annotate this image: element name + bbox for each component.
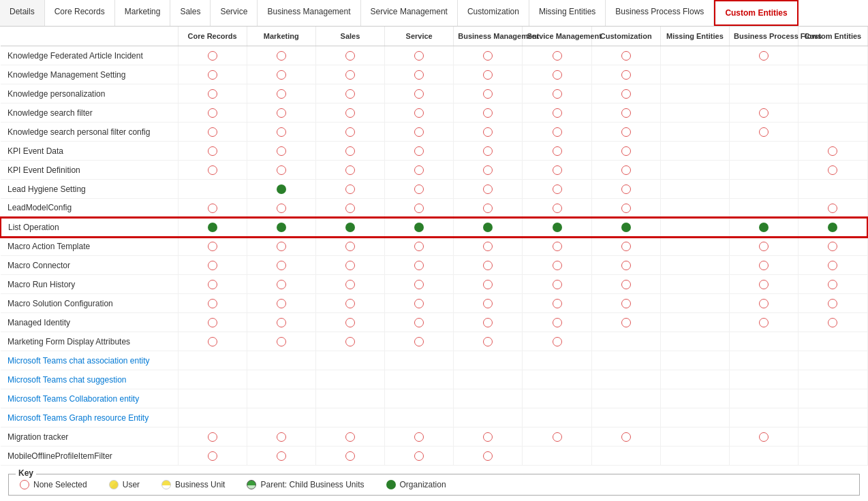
table-row: Knowledge personalization	[1, 84, 867, 103]
data-cell	[660, 218, 729, 237]
circle-empty	[621, 70, 631, 80]
data-cell	[799, 351, 867, 370]
data-cell	[315, 103, 384, 123]
circle-empty	[345, 432, 355, 442]
data-cell	[385, 294, 454, 313]
table-row: Microsoft Teams Graph resource Entity	[1, 408, 867, 427]
data-cell	[799, 180, 867, 199]
data-cell	[799, 370, 867, 389]
circle-empty	[759, 299, 769, 308]
circle-empty	[277, 165, 286, 175]
data-cell	[315, 161, 384, 180]
key-circle-user	[109, 480, 119, 489]
circle-organization	[621, 223, 631, 232]
data-cell	[730, 123, 799, 142]
circle-empty	[345, 146, 355, 156]
data-cell	[591, 294, 660, 313]
data-cell	[385, 313, 454, 332]
data-cell	[315, 123, 384, 142]
tab-business-process-flows[interactable]: Business Process Flows	[606, 0, 714, 26]
data-cell	[178, 313, 247, 332]
tab-marketing[interactable]: Marketing	[115, 0, 171, 26]
table-row: List Operation	[1, 218, 867, 237]
table-row: Lead Hygiene Setting	[1, 180, 867, 199]
tab-core-records[interactable]: Core Records	[45, 0, 115, 26]
data-cell	[178, 275, 247, 294]
col-header-business-process-flows: Business Process Flows	[730, 27, 799, 46]
circle-organization	[208, 223, 217, 232]
data-cell	[591, 408, 660, 427]
data-cell	[454, 199, 523, 218]
circle-empty	[208, 146, 217, 156]
circle-empty	[621, 51, 631, 61]
data-cell	[315, 142, 384, 161]
key-item: Organization	[386, 480, 446, 489]
data-cell	[523, 46, 591, 65]
circle-empty	[483, 318, 493, 327]
circle-empty	[621, 127, 631, 137]
tab-details[interactable]: Details	[0, 0, 45, 26]
data-cell	[660, 389, 729, 408]
data-cell	[799, 237, 867, 256]
tab-business-management[interactable]: Business Management	[258, 0, 360, 26]
data-cell	[660, 313, 729, 332]
data-cell	[523, 161, 591, 180]
table-body: Knowledge Federated Article IncidentKnow…	[1, 46, 867, 466]
data-cell	[247, 351, 315, 370]
circle-empty	[208, 337, 217, 346]
circle-empty	[345, 204, 355, 213]
circle-empty	[759, 127, 769, 137]
data-cell	[178, 389, 247, 408]
data-cell	[178, 65, 247, 84]
tab-service-management[interactable]: Service Management	[361, 0, 458, 26]
data-cell	[385, 237, 454, 256]
data-cell	[315, 46, 384, 65]
circle-empty	[208, 299, 217, 308]
data-cell	[523, 256, 591, 275]
circle-empty	[553, 146, 562, 156]
circle-empty	[345, 51, 355, 61]
data-cell	[454, 447, 523, 466]
data-cell	[799, 294, 867, 313]
tabs-row: DetailsCore RecordsMarketingSalesService…	[0, 0, 868, 27]
data-cell	[315, 218, 384, 237]
data-cell	[660, 237, 729, 256]
circle-empty	[414, 318, 424, 327]
circle-empty	[345, 261, 355, 270]
circle-empty	[483, 242, 493, 251]
data-cell	[385, 103, 454, 123]
circle-empty	[483, 70, 493, 80]
data-cell	[591, 142, 660, 161]
circle-empty	[828, 299, 837, 308]
table-wrapper[interactable]: Core RecordsMarketingSalesServiceBusines…	[0, 27, 868, 468]
data-table: Core RecordsMarketingSalesServiceBusines…	[0, 27, 868, 466]
tab-service[interactable]: Service	[211, 0, 258, 26]
data-cell	[591, 351, 660, 370]
circle-empty	[414, 108, 424, 118]
tab-custom-entities[interactable]: Custom Entities	[714, 0, 798, 26]
data-cell	[247, 427, 315, 447]
data-cell	[454, 46, 523, 65]
data-cell	[315, 332, 384, 351]
col-header-missing-entities: Missing Entities	[660, 27, 729, 46]
data-cell	[315, 237, 384, 256]
circle-empty	[345, 242, 355, 251]
tab-sales[interactable]: Sales	[170, 0, 211, 26]
data-cell	[730, 103, 799, 123]
circle-organization	[759, 223, 769, 232]
data-cell	[523, 123, 591, 142]
entity-name-cell: Knowledge Federated Article Incident	[1, 46, 178, 65]
data-cell	[178, 180, 247, 199]
entity-name-cell: Knowledge Management Setting	[1, 65, 178, 84]
key-circle-bu	[161, 480, 171, 489]
tab-missing-entities[interactable]: Missing Entities	[529, 0, 606, 26]
circle-empty	[345, 280, 355, 289]
circle-empty	[553, 51, 562, 61]
circle-empty	[208, 70, 217, 80]
col-header-service-management: Service Management	[523, 27, 591, 46]
data-cell	[178, 142, 247, 161]
tab-customization[interactable]: Customization	[458, 0, 529, 26]
circle-empty	[277, 108, 286, 118]
data-cell	[247, 180, 315, 199]
key-section: Key None Selected User Business Unit Par…	[8, 474, 860, 496]
